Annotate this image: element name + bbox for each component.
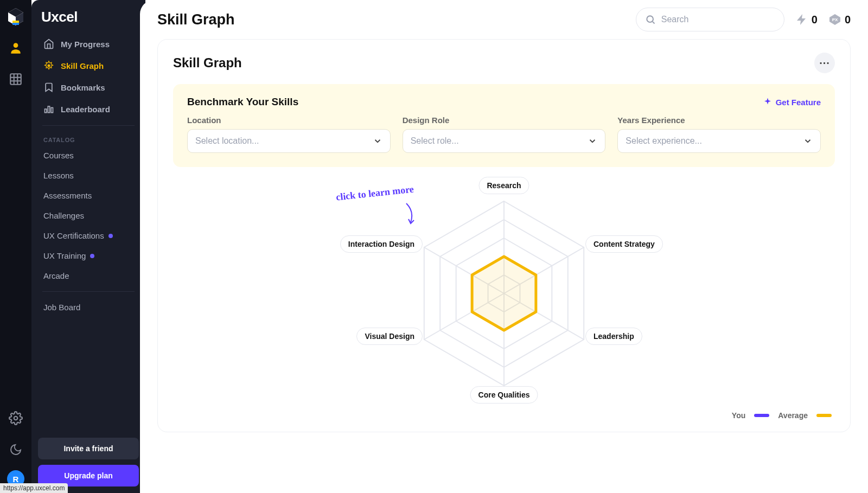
skill-chip-visual-design[interactable]: Visual Design: [356, 328, 423, 345]
svg-rect-4: [12, 23, 19, 25]
status-url: https://app.uxcel.com: [0, 483, 68, 493]
skill-chip-content-strategy[interactable]: Content Strategy: [585, 235, 663, 253]
catalog-courses[interactable]: Courses: [38, 145, 139, 165]
role-placeholder: Select role...: [411, 136, 459, 146]
svg-point-12: [48, 65, 50, 67]
search-icon: [645, 14, 656, 25]
svg-text:PX: PX: [832, 17, 838, 22]
svg-point-16: [647, 16, 653, 22]
skill-chip-interaction-design[interactable]: Interaction Design: [340, 235, 423, 253]
svg-point-11: [14, 417, 18, 420]
skill-chip-core-qualities[interactable]: Core Qualities: [470, 386, 538, 404]
search-input[interactable]: [661, 15, 775, 24]
catalog-label: CATALOG: [38, 131, 139, 145]
svg-rect-6: [10, 74, 21, 85]
catalog-ux-certifications[interactable]: UX Certifications: [38, 226, 139, 246]
nav-my-progress[interactable]: My Progress: [38, 33, 139, 55]
bolt-value: 0: [812, 14, 818, 26]
px-icon: PX: [828, 13, 841, 26]
px-stat[interactable]: PX 0: [828, 13, 851, 26]
brand-name: Uxcel: [38, 9, 139, 33]
dot-indicator: [90, 254, 94, 258]
skill-chip-research[interactable]: Research: [478, 177, 529, 194]
legend-avg-swatch: [816, 414, 832, 417]
location-label: Location: [187, 116, 391, 125]
rail-org-icon[interactable]: [5, 68, 27, 90]
nav-label: Skill Graph: [61, 61, 104, 71]
annotation-arrow-icon: [401, 201, 423, 228]
role-label: Design Role: [403, 116, 606, 125]
svg-line-17: [653, 22, 655, 24]
svg-rect-14: [48, 106, 49, 113]
search-input-wrapper[interactable]: [636, 8, 784, 31]
theme-icon[interactable]: [5, 439, 27, 460]
svg-rect-13: [45, 109, 47, 113]
get-feature-link[interactable]: Get Feature: [763, 97, 821, 107]
rail-profile-icon[interactable]: [5, 37, 27, 59]
card-title: Skill Graph: [173, 55, 242, 71]
invite-friend-button[interactable]: Invite a friend: [38, 438, 139, 459]
dot-indicator: [108, 234, 113, 238]
bolt-stat[interactable]: 0: [795, 13, 818, 26]
chevron-down-icon: [803, 136, 813, 146]
catalog-label: UX Certifications: [43, 231, 104, 240]
catalog-lessons[interactable]: Lessons: [38, 165, 139, 185]
legend-avg-label: Average: [778, 411, 808, 420]
sparkle-icon: [763, 97, 773, 107]
svg-rect-3: [12, 21, 19, 23]
svg-rect-15: [51, 108, 53, 113]
catalog-label: UX Training: [43, 251, 86, 260]
nav-leaderboard[interactable]: Leaderboard: [38, 98, 139, 120]
role-select[interactable]: Select role...: [403, 129, 606, 153]
logo-icon[interactable]: [5, 7, 26, 27]
nav-label: Leaderboard: [61, 105, 110, 114]
nav-label: My Progress: [61, 40, 110, 49]
chevron-down-icon: [588, 136, 597, 146]
exp-placeholder: Select experience...: [626, 136, 702, 146]
page-title: Skill Graph: [157, 11, 235, 28]
location-placeholder: Select location...: [195, 136, 259, 146]
nav-label: Bookmarks: [61, 83, 105, 92]
catalog-ux-training[interactable]: UX Training: [38, 246, 139, 266]
radar-chart: [320, 177, 688, 405]
bolt-icon: [795, 13, 808, 26]
chevron-down-icon: [373, 136, 382, 146]
nav-bookmarks[interactable]: Bookmarks: [38, 76, 139, 98]
skill-chip-leadership[interactable]: Leadership: [585, 328, 642, 345]
legend-you-swatch: [754, 414, 769, 417]
catalog-job-board[interactable]: Job Board: [38, 297, 139, 317]
catalog-challenges[interactable]: Challenges: [38, 206, 139, 226]
more-button[interactable]: ···: [814, 53, 835, 73]
catalog-arcade[interactable]: Arcade: [38, 266, 139, 286]
catalog-assessments[interactable]: Assessments: [38, 185, 139, 206]
svg-point-5: [14, 43, 18, 48]
nav-skill-graph[interactable]: Skill Graph: [38, 55, 139, 76]
exp-label: Years Experience: [617, 116, 821, 125]
benchmark-title: Benchmark Your Skills: [187, 96, 298, 108]
legend-you-label: You: [732, 411, 745, 420]
px-value: 0: [845, 14, 851, 26]
settings-icon[interactable]: [5, 407, 27, 429]
get-feature-label: Get Feature: [776, 98, 821, 107]
exp-select[interactable]: Select experience...: [617, 129, 821, 153]
location-select[interactable]: Select location...: [187, 129, 391, 153]
